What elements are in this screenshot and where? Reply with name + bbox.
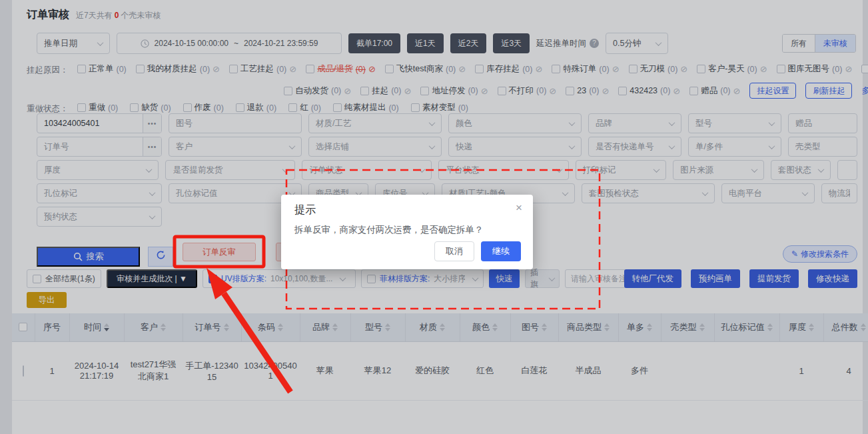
order-audit-page: 订单审核 近7天共有0个壳未审核 推单日期 2024-10-15 00:00:0…	[0, 0, 868, 434]
dialog-message: 拆单反审，商家支付两次运费，是否确定拆单？	[294, 224, 520, 236]
dialog-title: 提示	[294, 203, 316, 217]
confirm-dialog: 提示 × 拆单反审，商家支付两次运费，是否确定拆单？ 取消 继续	[281, 195, 533, 269]
dialog-buttons: 取消 继续	[434, 241, 521, 261]
continue-button[interactable]: 继续	[481, 241, 521, 261]
close-icon[interactable]: ×	[516, 202, 522, 213]
cancel-button[interactable]: 取消	[434, 241, 474, 261]
